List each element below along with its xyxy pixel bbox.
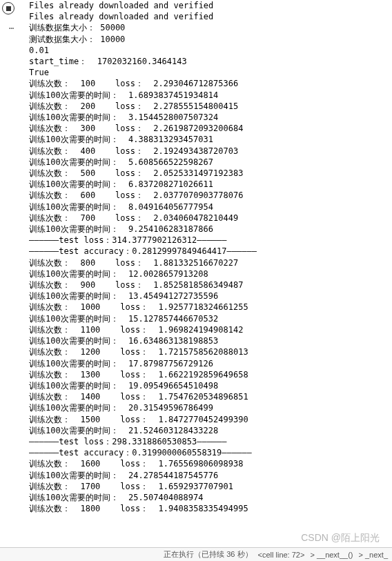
watermark: CSDN @陌上阳光 (301, 532, 380, 544)
status-next2: > _next_ (358, 551, 388, 559)
more-icon[interactable]: … (2, 21, 21, 31)
cell-output: Files already downloaded and verified Fi… (29, 0, 386, 545)
status-bar: 正在执行（已持续 36 秒） <cell line: 72> > __next_… (0, 547, 392, 561)
stop-icon[interactable] (2, 2, 14, 14)
status-cell: <cell line: 72> (258, 551, 305, 559)
cell-gutter: … (2, 0, 21, 31)
status-running: 正在执行（已持续 36 秒） (164, 549, 252, 560)
status-next1: > __next__() (310, 551, 353, 559)
